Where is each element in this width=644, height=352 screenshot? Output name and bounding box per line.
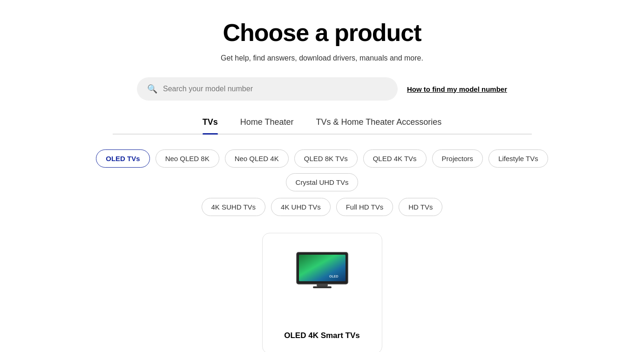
search-icon: 🔍	[147, 84, 157, 94]
product-image-oled-4k-smart: OLED	[292, 246, 353, 293]
filter-4k-suhd[interactable]: 4K SUHD TVs	[202, 198, 266, 216]
filters-row-2: 4K SUHD TVs4K UHD TVsFull HD TVsHD TVs	[202, 198, 443, 216]
page-subtitle: Get help, find answers, download drivers…	[221, 54, 423, 62]
filter-oled-tvs[interactable]: OLED TVs	[96, 149, 149, 168]
svg-rect-4	[313, 286, 332, 288]
filter-crystal-uhd[interactable]: Crystal UHD TVs	[286, 173, 359, 191]
search-box: 🔍	[137, 77, 398, 101]
filter-lifestyle-tvs[interactable]: Lifestyle TVs	[488, 149, 548, 168]
filter-hd-tvs[interactable]: HD TVs	[399, 198, 442, 216]
tab-home-theater[interactable]: Home Theater	[240, 117, 294, 134]
filter-qled-8k[interactable]: QLED 8K TVs	[294, 149, 358, 168]
filter-neo-qled-8k[interactable]: Neo QLED 8K	[156, 149, 219, 168]
filter-neo-qled-4k[interactable]: Neo QLED 4K	[225, 149, 289, 168]
svg-rect-3	[317, 284, 328, 286]
tab-tvs[interactable]: TVs	[203, 117, 218, 134]
search-input[interactable]	[163, 85, 387, 93]
filter-4k-uhd[interactable]: 4K UHD TVs	[271, 198, 331, 216]
page-title: Choose a product	[223, 19, 421, 47]
svg-text:OLED: OLED	[329, 275, 338, 278]
product-grid: OLED OLED 4K Smart TVs	[262, 233, 382, 352]
svg-rect-2	[299, 255, 346, 281]
filter-qled-4k[interactable]: QLED 4K TVs	[363, 149, 427, 168]
find-model-number-link[interactable]: How to find my model number	[407, 85, 507, 93]
search-row: 🔍 How to find my model number	[120, 77, 525, 101]
product-label-oled-4k-smart: OLED 4K Smart TVs	[284, 331, 360, 340]
filters-row-1: OLED TVsNeo QLED 8KNeo QLED 4KQLED 8K TV…	[66, 149, 578, 191]
product-card-oled-4k-smart[interactable]: OLED OLED 4K Smart TVs	[262, 233, 382, 352]
filter-full-hd[interactable]: Full HD TVs	[336, 198, 393, 216]
filter-projectors[interactable]: Projectors	[432, 149, 483, 168]
tabs-row: TVsHome TheaterTVs & Home Theater Access…	[113, 117, 532, 135]
tab-accessories[interactable]: TVs & Home Theater Accessories	[316, 117, 441, 134]
